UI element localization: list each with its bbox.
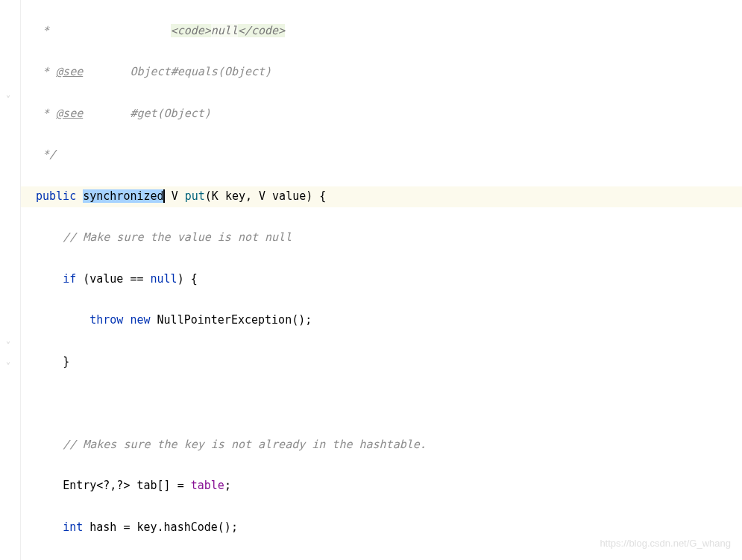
code-line: * @see Object#equals(Object) xyxy=(36,62,742,83)
gutter: ⌄ ⌄ ⌄ xyxy=(0,0,21,560)
code-editor[interactable]: ⌄ ⌄ ⌄ * <code>null</code> * @see Object#… xyxy=(0,0,742,560)
code-line: * <code>null</code> xyxy=(36,21,742,42)
code-line: */ xyxy=(36,145,742,166)
fold-marker-icon[interactable]: ⌄ xyxy=(6,88,13,95)
code-line-active: public synchronized V put(K key, V value… xyxy=(21,186,742,207)
fold-marker-icon[interactable]: ⌄ xyxy=(6,334,13,342)
code-line xyxy=(36,393,742,414)
code-line: throw new NullPointerException(); xyxy=(36,310,742,331)
text-cursor xyxy=(163,189,165,203)
code-line: // Makes sure the key is not already in … xyxy=(36,435,742,456)
fold-marker-icon[interactable]: ⌄ xyxy=(6,355,13,362)
code-line: * @see #get(Object) xyxy=(36,104,742,125)
watermark: https://blog.csdn.net/G_whang xyxy=(600,535,731,553)
code-line: Entry<?,?> tab[] = table; xyxy=(36,476,742,497)
code-line: // Make sure the value is not null xyxy=(36,227,742,248)
code-line: if (value == null) { xyxy=(36,269,742,290)
code-line: } xyxy=(36,352,742,373)
code-area[interactable]: * <code>null</code> * @see Object#equals… xyxy=(21,0,742,560)
